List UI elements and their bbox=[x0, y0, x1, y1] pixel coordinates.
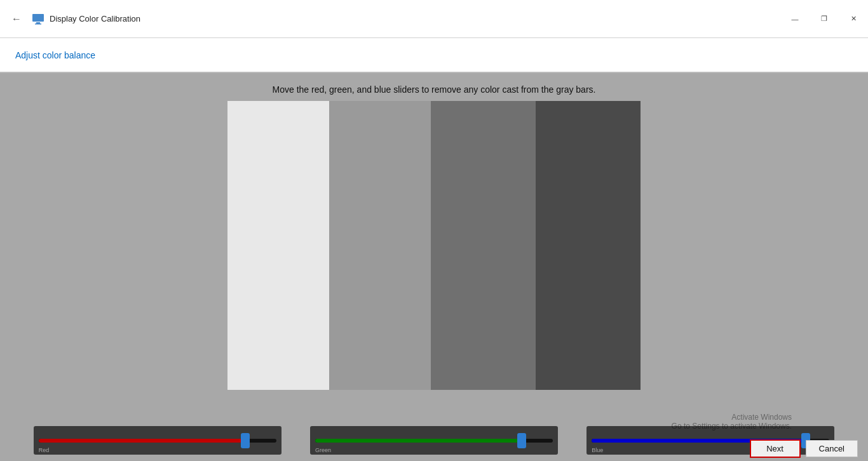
color-bars-container bbox=[227, 101, 641, 390]
svg-rect-1 bbox=[36, 22, 40, 23]
adjust-color-balance-link[interactable]: Adjust color balance bbox=[15, 50, 95, 60]
maximize-button[interactable]: ❐ bbox=[810, 0, 839, 37]
cancel-button[interactable]: Cancel bbox=[806, 440, 858, 457]
instruction-text: Move the red, green, and blue sliders to… bbox=[273, 84, 596, 95]
color-bar-bar3 bbox=[431, 101, 536, 390]
main-area: Move the red, green, and blue sliders to… bbox=[0, 73, 868, 461]
window-title: Display Color Calibration bbox=[50, 14, 140, 23]
subtitle-bar: Adjust color balance bbox=[0, 38, 868, 73]
close-button[interactable]: ✕ bbox=[839, 0, 868, 37]
color-bar-bar1 bbox=[227, 101, 329, 390]
app-icon bbox=[32, 13, 44, 25]
titlebar: ← Display Color Calibration — ❐ ✕ bbox=[0, 0, 868, 38]
next-button[interactable]: Next bbox=[750, 439, 801, 458]
bottom-bar: Next Cancel bbox=[0, 436, 868, 461]
window-controls: — ❐ ✕ bbox=[780, 0, 868, 37]
back-button[interactable]: ← bbox=[8, 11, 25, 27]
svg-rect-2 bbox=[35, 23, 41, 25]
minimize-button[interactable]: — bbox=[780, 0, 810, 37]
color-bar-bar2 bbox=[329, 101, 431, 390]
svg-rect-0 bbox=[32, 14, 44, 22]
color-bar-bar4 bbox=[536, 101, 641, 390]
